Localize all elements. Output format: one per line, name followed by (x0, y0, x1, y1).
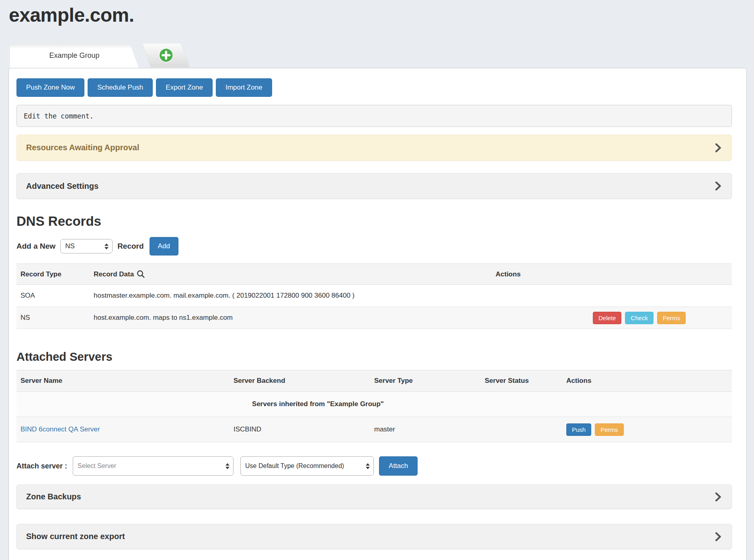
tab-example-group-label: Example Group (49, 51, 99, 60)
zone-export-label: Show current zone export (26, 532, 125, 541)
zone-backups-label: Zone Backups (26, 492, 81, 501)
add-record-suffix-label: Record (117, 242, 143, 251)
accordion-advanced-settings[interactable]: Advanced Settings (16, 173, 732, 199)
attach-server-label: Attach server : (16, 462, 67, 470)
select-arrows-icon (101, 243, 109, 249)
col-server-name: Server Name (16, 370, 229, 392)
accordion-show-zone-export[interactable]: Show current zone export (16, 524, 732, 549)
col-record-type: Record Type (16, 264, 90, 285)
chevron-right-icon (715, 181, 721, 191)
ns-record-type: NS (16, 307, 90, 329)
server-type-value: master (370, 417, 481, 442)
push-zone-now-button[interactable]: Push Zone Now (16, 78, 84, 97)
select-arrows-icon (363, 463, 370, 469)
search-icon[interactable] (137, 270, 145, 278)
table-row-ns: NS host.example.com. maps to ns1.example… (16, 307, 732, 329)
col-server-type: Server Type (370, 370, 481, 392)
col-server-actions: Actions (562, 370, 732, 392)
col-dns-actions: Actions (492, 264, 732, 285)
table-row-soa: SOA hostmaster.example.com. mail.example… (16, 285, 732, 307)
servers-table-header-row: Server Name Server Backend Server Type S… (16, 370, 732, 392)
zone-toolbar: Push Zone Now Schedule Push Export Zone … (16, 78, 732, 97)
col-server-status: Server Status (481, 370, 562, 392)
record-data-label: Record Data (94, 270, 134, 278)
soa-record-type: SOA (16, 285, 90, 307)
zone-comment-field[interactable]: Edit the comment. (16, 105, 732, 127)
server-status-value (481, 417, 562, 442)
select-server-placeholder: Select Server (78, 462, 116, 470)
delete-record-button[interactable]: Delete (593, 312, 621, 324)
server-type-selected-value: Use Default Type (Recommended) (245, 462, 344, 470)
accordion-resources-awaiting-approval[interactable]: Resources Awaiting Approval (16, 135, 732, 161)
server-name-link[interactable]: BIND 6connect QA Server (20, 425, 100, 433)
attached-servers-heading: Attached Servers (16, 350, 732, 364)
schedule-push-button[interactable]: Schedule Push (88, 78, 153, 97)
push-server-button[interactable]: Push (566, 423, 591, 436)
chevron-right-icon (715, 532, 721, 542)
tab-bar: Example Group (10, 43, 754, 68)
advanced-accordion-label: Advanced Settings (26, 182, 98, 191)
table-row-bind-server: BIND 6connect QA Server ISCBIND master P… (16, 417, 732, 442)
record-type-selected-value: NS (65, 242, 75, 250)
servers-inherited-row: Servers inherited from "Example Group" (16, 392, 732, 417)
col-server-backend: Server Backend (229, 370, 370, 392)
zone-comment-text: Edit the comment. (24, 112, 94, 120)
perms-record-button[interactable]: Perms (657, 312, 686, 324)
tab-example-group[interactable]: Example Group (10, 43, 139, 68)
attach-server-row: Attach server : Select Server Use Defaul… (16, 456, 732, 476)
select-server-dropdown[interactable]: Select Server (73, 456, 234, 476)
zone-panel: Push Zone Now Schedule Push Export Zone … (8, 68, 747, 560)
import-zone-button[interactable]: Import Zone (216, 78, 272, 97)
tab-add-group[interactable] (142, 43, 189, 67)
server-type-dropdown[interactable]: Use Default Type (Recommended) (240, 456, 374, 476)
ns-record-data: host.example.com. maps to ns1.example.co… (90, 307, 492, 329)
page-title: example.com. (9, 4, 754, 27)
record-type-select[interactable]: NS (60, 239, 113, 253)
dns-records-table: Record Type Record Data Actions SOA host… (16, 264, 732, 329)
attached-servers-table: Server Name Server Backend Server Type S… (16, 370, 732, 442)
select-arrows-icon (222, 463, 229, 469)
chevron-right-icon (715, 492, 721, 502)
add-record-prefix-label: Add a New (16, 242, 55, 251)
servers-inherited-note: Servers inherited from "Example Group" (16, 392, 732, 417)
soa-record-data: hostmaster.example.com. mail.example.com… (90, 285, 492, 307)
col-record-data: Record Data (90, 264, 492, 285)
add-record-row: Add a New NS Record Add (16, 237, 732, 256)
server-backend-value: ISCBIND (229, 417, 370, 442)
dns-table-header-row: Record Type Record Data Actions (16, 264, 732, 285)
accordion-zone-backups[interactable]: Zone Backups (16, 484, 732, 509)
add-record-button[interactable]: Add (150, 237, 178, 255)
export-zone-button[interactable]: Export Zone (156, 78, 213, 97)
approval-accordion-label: Resources Awaiting Approval (26, 143, 139, 152)
perms-server-button[interactable]: Perms (595, 423, 623, 436)
check-record-button[interactable]: Check (625, 312, 654, 324)
dns-records-heading: DNS Records (16, 214, 732, 229)
add-tab-plus-icon (158, 48, 173, 63)
chevron-right-icon (715, 143, 721, 153)
attach-button[interactable]: Attach (379, 456, 418, 476)
